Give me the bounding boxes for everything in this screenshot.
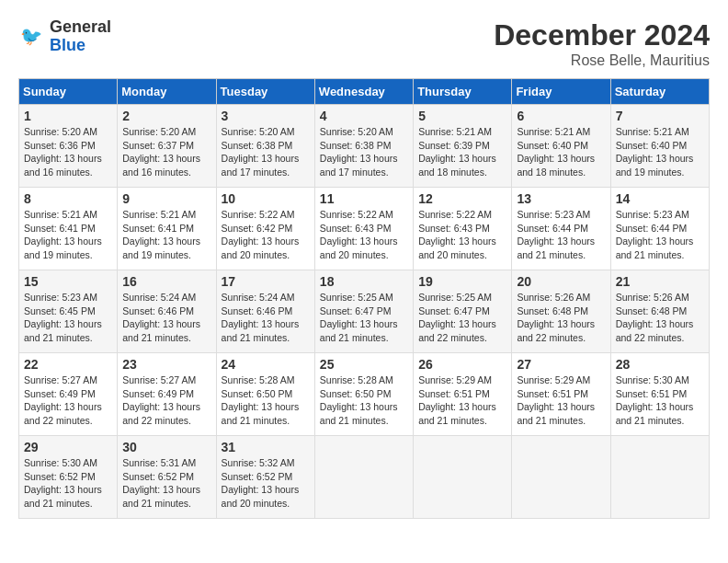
- calendar-cell: 12 Sunrise: 5:22 AM Sunset: 6:43 PM Dayl…: [414, 188, 512, 270]
- daylight-label: Daylight: 13 hoursand 16 minutes.: [122, 153, 200, 178]
- daylight-label: Daylight: 13 hoursand 19 minutes.: [122, 236, 200, 260]
- calendar-cell: 20 Sunrise: 5:26 AM Sunset: 6:48 PM Dayl…: [512, 270, 610, 353]
- sunrise-label: Sunrise: 5:30 AM: [24, 457, 97, 468]
- day-number: 29: [24, 440, 112, 454]
- daylight-label: Daylight: 13 hoursand 22 minutes.: [517, 318, 595, 343]
- sunset-label: Sunset: 6:49 PM: [122, 388, 194, 399]
- sunset-label: Sunset: 6:41 PM: [122, 223, 194, 234]
- day-info: Sunrise: 5:26 AM Sunset: 6:48 PM Dayligh…: [517, 291, 605, 345]
- sunset-label: Sunset: 6:46 PM: [222, 305, 293, 316]
- sunrise-label: Sunrise: 5:23 AM: [616, 209, 689, 220]
- day-info: Sunrise: 5:21 AM Sunset: 6:39 PM Dayligh…: [418, 125, 506, 179]
- sunrise-label: Sunrise: 5:26 AM: [616, 292, 689, 303]
- day-info: Sunrise: 5:21 AM Sunset: 6:40 PM Dayligh…: [517, 125, 605, 179]
- sunset-label: Sunset: 6:44 PM: [517, 223, 588, 234]
- day-number: 25: [320, 357, 408, 372]
- sunrise-label: Sunrise: 5:21 AM: [122, 209, 196, 220]
- sunset-label: Sunset: 6:43 PM: [418, 223, 490, 234]
- day-number: 27: [517, 357, 605, 372]
- calendar-cell: 7 Sunrise: 5:21 AM Sunset: 6:40 PM Dayli…: [610, 105, 709, 188]
- daylight-label: Daylight: 13 hoursand 18 minutes.: [517, 153, 595, 178]
- sunrise-label: Sunrise: 5:29 AM: [517, 374, 590, 385]
- sunrise-label: Sunrise: 5:32 AM: [222, 457, 295, 468]
- sunrise-label: Sunrise: 5:22 AM: [320, 209, 393, 220]
- location-subtitle: Rose Belle, Mauritius: [494, 52, 710, 69]
- day-info: Sunrise: 5:20 AM Sunset: 6:36 PM Dayligh…: [24, 125, 112, 179]
- calendar-cell: 4 Sunrise: 5:20 AM Sunset: 6:38 PM Dayli…: [314, 105, 413, 188]
- day-info: Sunrise: 5:21 AM Sunset: 6:41 PM Dayligh…: [122, 208, 210, 262]
- sunset-label: Sunset: 6:52 PM: [122, 471, 194, 482]
- daylight-label: Daylight: 13 hoursand 22 minutes.: [122, 401, 200, 426]
- sunrise-label: Sunrise: 5:20 AM: [222, 126, 295, 137]
- calendar-cell: 19 Sunrise: 5:25 AM Sunset: 6:47 PM Dayl…: [414, 270, 512, 353]
- day-number: 26: [418, 357, 506, 372]
- day-info: Sunrise: 5:23 AM Sunset: 6:44 PM Dayligh…: [616, 208, 704, 262]
- title-section: December 2024 Rose Belle, Mauritius: [494, 18, 710, 69]
- day-number: 11: [320, 191, 408, 206]
- sunset-label: Sunset: 6:51 PM: [418, 388, 490, 399]
- day-of-week-friday: Friday: [512, 79, 610, 105]
- sunrise-label: Sunrise: 5:21 AM: [24, 209, 97, 220]
- calendar-cell: 25 Sunrise: 5:28 AM Sunset: 6:50 PM Dayl…: [314, 353, 413, 436]
- day-number: 8: [24, 191, 112, 206]
- sunset-label: Sunset: 6:50 PM: [222, 388, 293, 399]
- daylight-label: Daylight: 13 hoursand 21 minutes.: [320, 318, 398, 343]
- day-number: 12: [418, 191, 506, 206]
- day-info: Sunrise: 5:24 AM Sunset: 6:46 PM Dayligh…: [122, 291, 210, 345]
- day-info: Sunrise: 5:30 AM Sunset: 6:51 PM Dayligh…: [616, 373, 704, 428]
- sunrise-label: Sunrise: 5:29 AM: [418, 374, 492, 385]
- day-number: 16: [122, 274, 210, 289]
- daylight-label: Daylight: 13 hoursand 21 minutes.: [122, 318, 200, 343]
- sunset-label: Sunset: 6:48 PM: [616, 305, 688, 316]
- daylight-label: Daylight: 13 hoursand 19 minutes.: [616, 153, 694, 178]
- calendar-cell: [414, 436, 512, 519]
- day-info: Sunrise: 5:25 AM Sunset: 6:47 PM Dayligh…: [418, 291, 506, 345]
- day-info: Sunrise: 5:21 AM Sunset: 6:40 PM Dayligh…: [616, 125, 704, 179]
- sunset-label: Sunset: 6:45 PM: [24, 305, 96, 316]
- calendar-week-3: 15 Sunrise: 5:23 AM Sunset: 6:45 PM Dayl…: [19, 270, 710, 353]
- calendar-cell: [512, 436, 610, 519]
- sunset-label: Sunset: 6:40 PM: [517, 140, 588, 151]
- day-info: Sunrise: 5:30 AM Sunset: 6:52 PM Dayligh…: [24, 456, 112, 511]
- sunrise-label: Sunrise: 5:20 AM: [24, 126, 97, 137]
- calendar-cell: 16 Sunrise: 5:24 AM Sunset: 6:46 PM Dayl…: [118, 270, 216, 353]
- sunrise-label: Sunrise: 5:28 AM: [222, 374, 295, 385]
- sunset-label: Sunset: 6:52 PM: [222, 471, 293, 482]
- sunrise-label: Sunrise: 5:24 AM: [122, 292, 196, 303]
- day-info: Sunrise: 5:20 AM Sunset: 6:38 PM Dayligh…: [320, 125, 408, 179]
- day-of-week-tuesday: Tuesday: [216, 79, 314, 105]
- calendar-cell: 10 Sunrise: 5:22 AM Sunset: 6:42 PM Dayl…: [216, 188, 314, 270]
- day-of-week-wednesday: Wednesday: [314, 79, 413, 105]
- day-info: Sunrise: 5:28 AM Sunset: 6:50 PM Dayligh…: [222, 373, 310, 428]
- calendar-table: SundayMondayTuesdayWednesdayThursdayFrid…: [18, 78, 710, 519]
- daylight-label: Daylight: 13 hoursand 19 minutes.: [24, 236, 102, 260]
- day-info: Sunrise: 5:26 AM Sunset: 6:48 PM Dayligh…: [616, 291, 704, 345]
- day-number: 6: [517, 109, 605, 123]
- sunset-label: Sunset: 6:47 PM: [418, 305, 490, 316]
- day-number: 9: [122, 191, 210, 206]
- daylight-label: Daylight: 13 hoursand 21 minutes.: [418, 401, 496, 426]
- calendar-cell: 9 Sunrise: 5:21 AM Sunset: 6:41 PM Dayli…: [118, 188, 216, 270]
- daylight-label: Daylight: 13 hoursand 21 minutes.: [24, 318, 102, 343]
- day-info: Sunrise: 5:24 AM Sunset: 6:46 PM Dayligh…: [222, 291, 310, 345]
- day-info: Sunrise: 5:22 AM Sunset: 6:43 PM Dayligh…: [320, 208, 408, 262]
- sunset-label: Sunset: 6:38 PM: [320, 140, 392, 151]
- sunrise-label: Sunrise: 5:27 AM: [24, 374, 97, 385]
- day-number: 17: [222, 274, 310, 289]
- day-number: 2: [122, 109, 210, 123]
- sunrise-label: Sunrise: 5:28 AM: [320, 374, 393, 385]
- calendar-cell: [610, 436, 709, 519]
- daylight-label: Daylight: 13 hoursand 16 minutes.: [24, 153, 102, 178]
- day-info: Sunrise: 5:29 AM Sunset: 6:51 PM Dayligh…: [418, 373, 506, 428]
- sunset-label: Sunset: 6:52 PM: [24, 471, 96, 482]
- day-number: 20: [517, 274, 605, 289]
- calendar-cell: 17 Sunrise: 5:24 AM Sunset: 6:46 PM Dayl…: [216, 270, 314, 353]
- day-number: 31: [222, 440, 310, 454]
- calendar-cell: 15 Sunrise: 5:23 AM Sunset: 6:45 PM Dayl…: [19, 270, 118, 353]
- daylight-label: Daylight: 13 hoursand 21 minutes.: [320, 401, 398, 426]
- day-info: Sunrise: 5:27 AM Sunset: 6:49 PM Dayligh…: [24, 373, 112, 428]
- calendar-week-1: 1 Sunrise: 5:20 AM Sunset: 6:36 PM Dayli…: [19, 105, 710, 188]
- sunrise-label: Sunrise: 5:22 AM: [418, 209, 492, 220]
- sunset-label: Sunset: 6:51 PM: [616, 388, 688, 399]
- sunset-label: Sunset: 6:39 PM: [418, 140, 490, 151]
